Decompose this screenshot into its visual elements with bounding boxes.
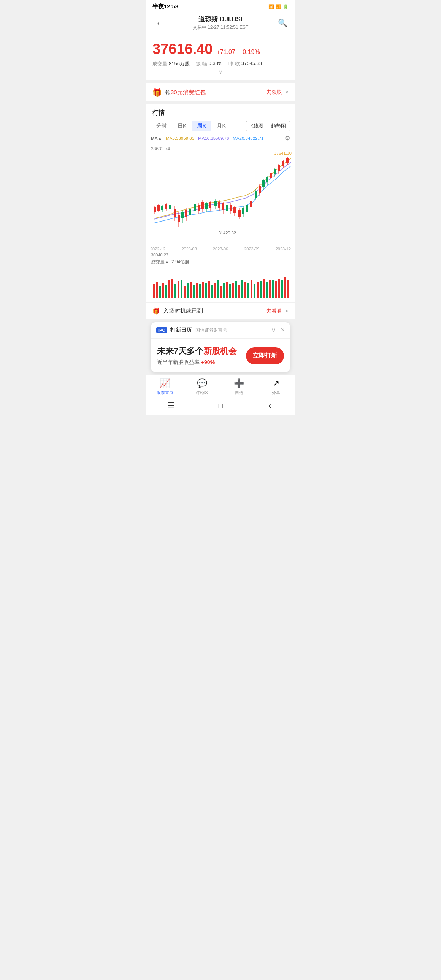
- nav-item-watchlist[interactable]: ➕ 自选: [228, 379, 250, 396]
- chart-high-label: 38632.74: [151, 146, 170, 152]
- ipo-content: 未来7天多个新股机会 近半年新股收益率 +90%: [157, 345, 246, 366]
- volume-svg: [146, 265, 295, 299]
- svg-rect-90: [217, 280, 219, 298]
- svg-rect-77: [178, 281, 180, 298]
- ma20-value: MA20:34822.71: [232, 136, 263, 141]
- tab-rik[interactable]: 日K: [172, 121, 192, 132]
- svg-rect-63: [277, 165, 280, 170]
- tab-trend[interactable]: 趋势图: [267, 121, 290, 131]
- ipo-return-rate: +90%: [201, 359, 215, 365]
- tab-kline[interactable]: K线图: [246, 121, 267, 132]
- svg-rect-102: [253, 284, 255, 298]
- watchlist-icon: ➕: [234, 379, 244, 388]
- promo-banner-1: 🎁 领30元消费红包 去领取 ×: [146, 83, 295, 102]
- svg-rect-57: [266, 177, 268, 182]
- candlestick-chart[interactable]: 38632.74 37641.30: [146, 143, 295, 257]
- chart-low-label-text: 30040.27: [146, 252, 295, 257]
- ipo-subtitle: 近半年新股收益率 +90%: [157, 359, 246, 366]
- svg-rect-109: [275, 281, 277, 298]
- collapse-arrow[interactable]: ∨: [153, 67, 288, 76]
- svg-rect-79: [184, 286, 186, 298]
- promo-left: 🎁 入场时机或已到: [153, 307, 203, 315]
- svg-rect-31: [215, 201, 217, 206]
- svg-rect-88: [211, 285, 213, 298]
- banner-close-button[interactable]: ×: [285, 89, 288, 96]
- svg-rect-29: [209, 202, 212, 208]
- promo-action-button[interactable]: 去看看: [266, 308, 282, 315]
- svg-rect-61: [274, 169, 276, 174]
- promo-text: 入场时机或已到: [163, 307, 203, 315]
- ipo-popup: IPO 打新日历 国信证券财富号 ∨ × 未来7天多个新股机会 近半年新股收益率…: [151, 322, 290, 372]
- ipo-popup-body: 未来7天多个新股机会 近半年新股收益率 +90% 立即打新: [151, 339, 290, 372]
- nav-item-home[interactable]: 📈 股票首页: [154, 379, 177, 396]
- svg-rect-41: [233, 207, 236, 213]
- volume-value: 8156万股: [169, 60, 190, 67]
- system-menu-button[interactable]: ☰: [164, 401, 179, 411]
- svg-rect-97: [238, 285, 240, 298]
- volume-chart-amount: 2.94亿股: [172, 259, 189, 265]
- svg-rect-91: [220, 286, 222, 298]
- tab-fenshi[interactable]: 分时: [151, 121, 172, 132]
- svg-rect-85: [202, 282, 204, 298]
- ma-label: MA▲: [151, 136, 162, 141]
- tab-zhouk[interactable]: 周K: [192, 121, 212, 132]
- ipo-close-button[interactable]: ×: [280, 326, 285, 334]
- stock-name: 道琼斯 DJI.USI: [165, 15, 276, 24]
- svg-rect-103: [256, 282, 258, 298]
- x-label-5: 2023-12: [275, 247, 291, 251]
- banner-red-text: 30元消费红包: [171, 89, 206, 95]
- svg-rect-95: [232, 283, 234, 298]
- nav-item-discuss[interactable]: 💬 讨论区: [191, 379, 213, 396]
- nav-watchlist-label: 自选: [235, 390, 243, 396]
- nav-item-share[interactable]: ↗ 分享: [264, 379, 287, 396]
- svg-rect-39: [229, 205, 232, 210]
- status-icons: 📶 📶 🔋: [268, 4, 288, 10]
- system-home-button[interactable]: □: [213, 401, 228, 411]
- svg-rect-51: [255, 191, 257, 197]
- svg-rect-25: [202, 202, 204, 209]
- header-title-area: 道琼斯 DJI.USI 交易中 12-27 11:52:51 EST: [165, 15, 276, 31]
- ipo-header-actions: ∨ ×: [271, 326, 285, 334]
- svg-rect-98: [241, 280, 243, 298]
- ipo-collapse-button[interactable]: ∨: [271, 326, 276, 334]
- bottom-nav: 📈 股票首页 💬 讨论区 ➕ 自选 ↗ 分享: [146, 375, 295, 398]
- ipo-source: 国信证券财富号: [196, 327, 227, 334]
- promo-right: 去看看 ×: [266, 308, 288, 315]
- volume-label: 成交量: [153, 60, 167, 67]
- chart-settings-icon[interactable]: ⚙: [285, 135, 290, 142]
- svg-rect-107: [269, 280, 271, 298]
- chart-type-tabs: K线图 趋势图: [246, 121, 290, 132]
- trading-status: 交易中 12-27 11:52:51 EST: [165, 24, 276, 31]
- svg-rect-27: [205, 203, 208, 209]
- back-button[interactable]: ‹: [153, 19, 165, 27]
- status-time: 半夜12:53: [153, 3, 178, 10]
- ipo-popup-header: IPO 打新日历 国信证券财富号 ∨ ×: [151, 322, 290, 339]
- svg-rect-99: [244, 282, 246, 298]
- svg-rect-105: [263, 279, 264, 298]
- price-change-pct: +0.19%: [239, 49, 260, 56]
- svg-rect-108: [272, 280, 274, 298]
- chart-section-title: 行情: [146, 105, 295, 119]
- system-back-button[interactable]: ‹: [262, 401, 277, 411]
- chart-card: 行情 分时 日K 周K 月K K线图 趋势图 MA▲ MA5:36959.63 …: [146, 105, 295, 319]
- price-main: 37616.40 +71.07 +0.19%: [153, 41, 288, 57]
- banner-text: 领30元消费红包: [165, 89, 206, 96]
- volume-chart-area: 成交量▲ 2.94亿股: [146, 257, 295, 299]
- svg-rect-104: [260, 281, 261, 298]
- banner-gift-icon: 🎁: [153, 88, 162, 97]
- svg-rect-55: [262, 180, 264, 186]
- search-button[interactable]: 🔍: [276, 18, 288, 27]
- svg-rect-113: [287, 280, 289, 298]
- price-change: +71.07: [217, 49, 235, 56]
- chart-tabs: 分时 日K 周K 月K K线图 趋势图: [146, 119, 295, 133]
- svg-rect-89: [214, 283, 216, 298]
- tab-yuek[interactable]: 月K: [212, 121, 231, 132]
- promo-close-button[interactable]: ×: [285, 308, 288, 315]
- banner-action-button[interactable]: 去领取: [266, 89, 282, 96]
- ipo-title: 未来7天多个新股机会: [157, 345, 246, 357]
- x-label-3: 2023-06: [213, 247, 228, 251]
- status-bar: 半夜12:53 📶 📶 🔋: [146, 0, 295, 12]
- svg-rect-19: [189, 208, 191, 215]
- ipo-action-button[interactable]: 立即打新: [246, 347, 284, 364]
- svg-rect-43: [238, 210, 240, 216]
